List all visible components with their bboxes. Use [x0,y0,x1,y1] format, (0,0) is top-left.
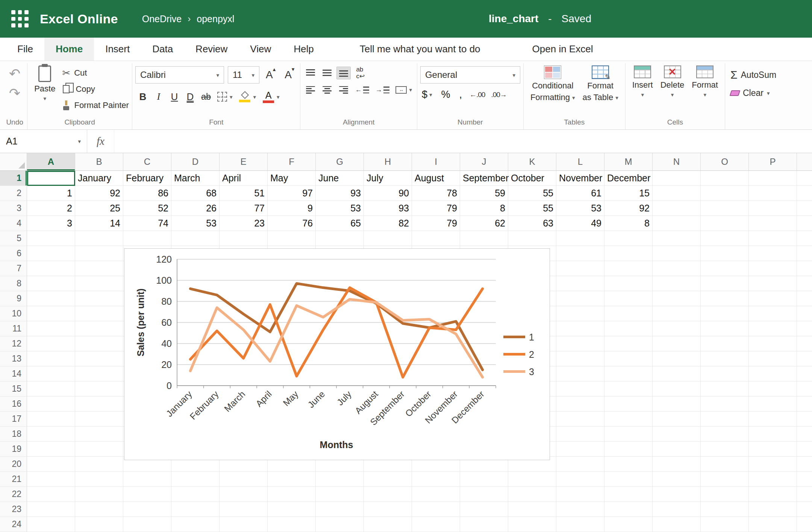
cell-O21[interactable] [701,472,749,487]
cell-M19[interactable] [604,442,653,457]
cell-A15[interactable] [27,382,75,397]
row-header-12[interactable]: 12 [0,336,27,351]
column-header-O[interactable]: O [701,153,749,170]
comma-format-button[interactable]: , [458,89,464,100]
font-color-button[interactable]: A ▾ [260,89,283,105]
cell-K21[interactable] [508,472,556,487]
insert-function-button[interactable]: fx [87,130,114,153]
cell-A6[interactable] [27,246,75,261]
cell-N5[interactable] [653,231,701,246]
cell-E3[interactable]: 77 [220,201,268,216]
app-launcher-icon[interactable] [11,10,29,27]
cell-L18[interactable] [556,427,604,442]
column-header-K[interactable]: K [508,153,556,170]
row-header-9[interactable]: 9 [0,291,27,306]
column-header-L[interactable]: L [556,153,604,170]
row-header-5[interactable]: 5 [0,231,27,246]
cell-J3[interactable]: 8 [460,201,508,216]
cell-G21[interactable] [316,472,364,487]
cell-P21[interactable] [749,472,797,487]
row-header-17[interactable]: 17 [0,412,27,427]
cell-I5[interactable] [412,231,460,246]
cell-M1[interactable]: December [604,171,653,186]
cell-A10[interactable] [27,306,75,321]
cell-J23[interactable] [460,502,508,517]
cell-P12[interactable] [749,336,797,351]
cell-F1[interactable]: May [268,171,316,186]
cell-G5[interactable] [316,231,364,246]
cell-I24[interactable] [412,517,460,532]
cell-M16[interactable] [604,397,653,412]
cell-B13[interactable] [75,351,123,366]
cell-L7[interactable] [556,261,604,276]
cell-A20[interactable] [27,457,75,472]
cell-O11[interactable] [701,321,749,336]
cell-N7[interactable] [653,261,701,276]
cell-O3[interactable] [701,201,749,216]
row-header-7[interactable]: 7 [0,261,27,276]
cell-D4[interactable]: 53 [171,216,220,231]
row-header-13[interactable]: 13 [0,351,27,366]
cell-C2[interactable]: 86 [123,186,171,201]
cell-A2[interactable]: 1 [27,186,75,201]
cell-D2[interactable]: 68 [171,186,220,201]
column-header-F[interactable]: F [268,153,316,170]
column-header-H[interactable]: H [364,153,412,170]
column-header-E[interactable]: E [220,153,268,170]
tab-data[interactable]: Data [141,38,184,61]
cell-O5[interactable] [701,231,749,246]
tab-review[interactable]: Review [184,38,239,61]
cell-L2[interactable]: 61 [556,186,604,201]
cell-L20[interactable] [556,457,604,472]
strikethrough-button[interactable]: ab [198,89,214,105]
cell-B12[interactable] [75,336,123,351]
cell-L23[interactable] [556,502,604,517]
cell-O8[interactable] [701,276,749,291]
cell-A9[interactable] [27,291,75,306]
cell-J22[interactable] [460,487,508,502]
cell-A19[interactable] [27,442,75,457]
font-family-select[interactable]: Calibri ▾ [135,66,224,84]
cell-J1[interactable]: September [460,171,508,186]
cell-N3[interactable] [653,201,701,216]
cell-O17[interactable] [701,412,749,427]
cell-K22[interactable] [508,487,556,502]
row-header-1[interactable]: 1 [0,171,27,186]
cell-B18[interactable] [75,427,123,442]
column-header-I[interactable]: I [412,153,460,170]
embedded-line-chart[interactable]: 020406080100120JanuaryFebruaryMarchApril… [124,248,550,460]
fill-color-button[interactable]: ▾ [236,89,259,105]
cell-M22[interactable] [604,487,653,502]
cell-J5[interactable] [460,231,508,246]
cell-P22[interactable] [749,487,797,502]
cell-A23[interactable] [27,502,75,517]
cell-H24[interactable] [364,517,412,532]
cell-H1[interactable]: July [364,171,412,186]
cell-M8[interactable] [604,276,653,291]
cell-G23[interactable] [316,502,364,517]
cell-B10[interactable] [75,306,123,321]
cell-N24[interactable] [653,517,701,532]
cell-F21[interactable] [268,472,316,487]
cut-button[interactable]: ✂ Cut [62,66,129,80]
cell-M12[interactable] [604,336,653,351]
cell-N9[interactable] [653,291,701,306]
autosum-button[interactable]: Σ AutoSum [728,67,779,83]
cell-N8[interactable] [653,276,701,291]
cell-L22[interactable] [556,487,604,502]
file-name[interactable]: line_chart [489,13,538,25]
cell-N12[interactable] [653,336,701,351]
row-header-22[interactable]: 22 [0,487,27,502]
column-header-A[interactable]: A [27,153,75,170]
cell-L17[interactable] [556,412,604,427]
increase-decimal-button[interactable]: ←.00 [470,91,485,99]
cell-D22[interactable] [171,487,220,502]
undo-button[interactable]: ↶ [9,67,20,81]
cell-K3[interactable]: 55 [508,201,556,216]
cell-M20[interactable] [604,457,653,472]
cell-E21[interactable] [220,472,268,487]
cell-K24[interactable] [508,517,556,532]
cell-G22[interactable] [316,487,364,502]
cell-B19[interactable] [75,442,123,457]
name-box[interactable]: A1 ▾ [0,130,87,153]
